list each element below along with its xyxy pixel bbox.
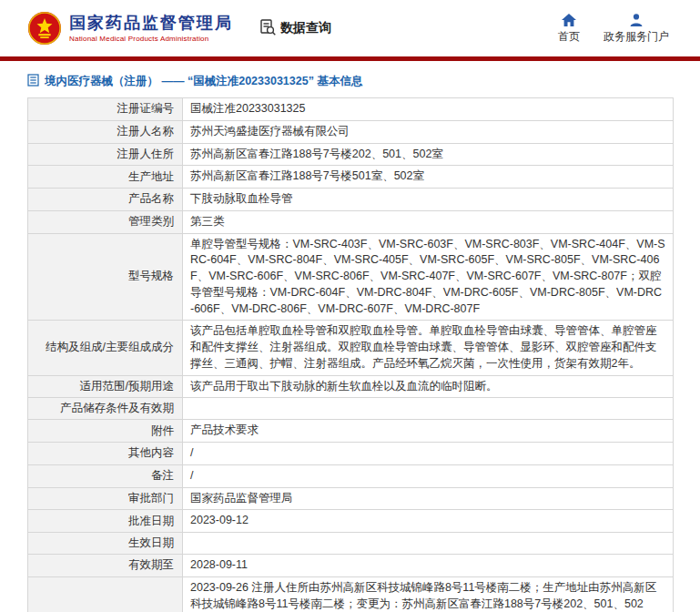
row-value: 该产品包括单腔取血栓导管和双腔取血栓导管。单腔取血栓导管由球囊、导管管体、单腔管… [183,321,674,375]
row-label: 结构及组成/主要组成成分 [28,321,183,375]
row-value: 产品技术要求 [183,420,674,443]
nav-home[interactable]: 首页 [558,13,580,45]
table-row: 管理类别第三类 [28,210,674,233]
row-value: 2023-09-12 [183,510,674,533]
site-titles: 国家药品监督管理局 National Medical Products Admi… [69,14,233,43]
row-value: 单腔导管型号规格：VM-SRC-403F、VM-SRC-603F、VM-SRC-… [183,233,674,321]
table-row: 生效日期 [28,533,674,555]
national-emblem-icon [27,11,62,46]
row-label: 生产地址 [28,166,183,189]
row-value: 2023-09-26 注册人住所由苏州高新区科技城锦峰路8号11号楼南二楼；生产… [183,576,674,612]
row-value [183,533,674,555]
row-value: 国家药品监督管理局 [183,487,674,510]
row-value: / [183,443,674,465]
row-label: 注册证编号 [28,98,183,121]
table-row: 型号规格单腔导管型号规格：VM-SRC-403F、VM-SRC-603F、VM-… [28,233,674,321]
row-label: 产品储存条件及有效期 [28,398,183,420]
nav-home-label: 首页 [558,29,580,45]
row-value: 苏州高新区富春江路188号7号楼202、501、502室 [183,143,674,166]
row-label: 产品名称 [28,189,183,211]
row-label: 生效日期 [28,533,183,555]
nav-data-query-label: 数据查询 [280,20,331,36]
breadcrumb: 境内医疗器械（注册） —— “国械注准20233031325” 基本信息 [27,74,700,89]
row-label: 有效期至 [28,555,183,577]
table-row: 生产地址苏州高新区富春江路188号7号楼501室、502室 [28,166,674,189]
row-label: 型号规格 [28,233,183,321]
row-label: 适用范围/预期用途 [28,375,183,398]
table-row: 审批部门国家药品监督管理局 [28,487,674,510]
site-header: 国家药品监督管理局 National Medical Products Admi… [0,0,700,56]
site-subtitle: National Medical Products Administration [69,35,233,43]
logo-block[interactable]: 国家药品监督管理局 National Medical Products Admi… [27,11,233,46]
header-accent-bar [0,56,700,61]
table-row: 适用范围/预期用途该产品用于取出下肢动脉的新生软血栓以及血流的临时阻断。 [28,375,674,398]
row-label: 变更情况 [28,576,183,612]
nav-portal[interactable]: 政务服务门户 [604,13,669,45]
row-value: 下肢动脉取血栓导管 [183,189,674,211]
row-value [183,398,674,420]
row-value: 该产品用于取出下肢动脉的新生软血栓以及血流的临时阻断。 [183,375,674,398]
table-row: 变更情况2023-09-26 注册人住所由苏州高新区科技城锦峰路8号11号楼南二… [28,576,674,612]
site-title: 国家药品监督管理局 [69,14,233,32]
table-row: 其他内容/ [28,443,674,465]
home-icon [562,13,576,26]
table-row: 附件产品技术要求 [28,420,674,443]
row-label: 审批部门 [28,487,183,510]
table-row: 产品名称下肢动脉取血栓导管 [28,189,674,211]
table-row: 有效期至2028-09-11 [28,555,674,577]
person-icon [630,13,643,26]
row-value: 第三类 [183,210,674,233]
document-search-icon [259,18,277,39]
row-value: / [183,464,674,487]
table-row: 产品储存条件及有效期 [28,398,674,420]
header-nav: 首页 政务服务门户 [558,13,669,45]
breadcrumb-text: 境内医疗器械（注册） —— “国械注准20233031325” 基本信息 [45,74,362,89]
table-row: 备注/ [28,464,674,487]
nav-data-query[interactable]: 数据查询 [259,18,331,39]
row-label: 管理类别 [28,210,183,233]
row-value: 苏州天鸿盛捷医疗器械有限公司 [183,120,674,143]
table-row: 结构及组成/主要组成成分该产品包括单腔取血栓导管和双腔取血栓导管。单腔取血栓导管… [28,321,674,375]
row-value: 2028-09-11 [183,555,674,577]
table-row: 注册证编号国械注准20233031325 [28,98,674,121]
registration-info-table: 注册证编号国械注准20233031325 注册人名称苏州天鸿盛捷医疗器械有限公司… [27,97,674,612]
document-icon [27,74,39,89]
row-label: 备注 [28,464,183,487]
row-label: 批准日期 [28,510,183,533]
row-value: 国械注准20233031325 [183,98,674,121]
table-row: 注册人住所苏州高新区富春江路188号7号楼202、501、502室 [28,143,674,166]
nav-portal-label: 政务服务门户 [604,29,669,45]
table-row: 注册人名称苏州天鸿盛捷医疗器械有限公司 [28,120,674,143]
row-value: 苏州高新区富春江路188号7号楼501室、502室 [183,166,674,189]
row-label: 其他内容 [28,443,183,465]
row-label: 附件 [28,420,183,443]
row-label: 注册人住所 [28,143,183,166]
row-label: 注册人名称 [28,120,183,143]
table-row: 批准日期2023-09-12 [28,510,674,533]
